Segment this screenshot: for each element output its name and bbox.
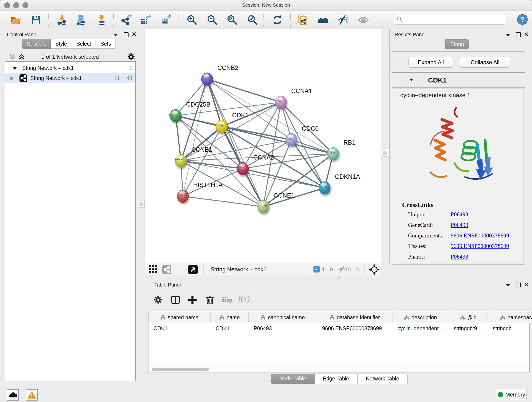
- show-graphics-details-icon[interactable]: [358, 14, 369, 26]
- right-splitter[interactable]: [381, 29, 389, 263]
- export-network-icon[interactable]: [121, 14, 132, 26]
- hidden-elements-eye-icon: [337, 266, 348, 273]
- control-panel-close-icon[interactable]: ✕: [131, 31, 138, 38]
- collapse-all-button[interactable]: Collapse All: [460, 57, 510, 68]
- right-splitter-handle[interactable]: [381, 150, 388, 157]
- import-network-icon[interactable]: [57, 14, 68, 26]
- crosslink-label: Tissues:: [408, 243, 427, 249]
- column-header-name[interactable]: name: [210, 312, 249, 323]
- table-panel-float-icon[interactable]: [515, 281, 522, 288]
- birds-eye-view-icon[interactable]: [188, 264, 198, 274]
- help-icon[interactable]: ?: [517, 14, 528, 25]
- fit-selected-crosshair-icon[interactable]: [369, 264, 380, 275]
- horizontal-splitter-handle[interactable]: [336, 275, 340, 279]
- table-cell[interactable]: P06493: [249, 323, 317, 334]
- memory-status-button[interactable]: Memory: [496, 389, 527, 400]
- refresh-view-icon[interactable]: [272, 14, 283, 26]
- tab-network-table[interactable]: Network Table: [358, 374, 408, 384]
- crosslink-tissues-link[interactable]: 9606.ENSP00000378699: [451, 243, 509, 249]
- table-cell[interactable]: stringdb: [488, 323, 532, 334]
- grid-view-icon[interactable]: [149, 265, 158, 274]
- network-graph[interactable]: CCNB2CCNA1CDC25BCDK1CDC6RB1CCNB1CCNA2CDK…: [145, 29, 381, 263]
- zoom-in-icon[interactable]: [186, 14, 197, 26]
- control-panel-menu-icon[interactable]: [112, 32, 119, 38]
- table-panel-close-icon[interactable]: ✕: [523, 281, 530, 288]
- column-header-shared-name[interactable]: shared name: [148, 312, 210, 323]
- zoom-fit-icon[interactable]: [227, 14, 238, 26]
- network-options-gear-icon[interactable]: [127, 52, 136, 61]
- tab-style[interactable]: Style: [51, 39, 72, 49]
- tab-string[interactable]: String: [445, 39, 469, 49]
- show-columns-icon[interactable]: [171, 295, 181, 305]
- edge-CDC6-RB1[interactable]: [291, 140, 333, 154]
- home-networks-icon[interactable]: [318, 14, 329, 26]
- table-cell[interactable]: 9606.ENSP00000378699: [317, 323, 393, 334]
- import-database-icon[interactable]: [76, 14, 87, 26]
- tab-sets[interactable]: Sets: [96, 39, 116, 49]
- open-session-icon[interactable]: [10, 14, 21, 26]
- edge-CCNA2-CDKN1A[interactable]: [243, 169, 325, 188]
- table-options-gear-icon[interactable]: [153, 295, 163, 305]
- column-header-description[interactable]: description: [393, 312, 449, 323]
- cloud-status-button[interactable]: [7, 389, 19, 401]
- edge-CCNB1-CCNA2[interactable]: [181, 161, 243, 169]
- import-table-icon[interactable]: [96, 14, 107, 26]
- cdk1-section-header[interactable]: CDK1: [392, 73, 525, 88]
- table-cell[interactable]: stringdb:9...: [449, 323, 488, 334]
- results-panel-float-icon[interactable]: [515, 31, 522, 38]
- column-header-database-identifier[interactable]: database identifier: [317, 312, 393, 323]
- selected-checkbox-icon[interactable]: ✓: [313, 266, 320, 273]
- crosslink-uniprot-link[interactable]: P06493: [451, 211, 468, 218]
- save-session-icon[interactable]: [31, 14, 41, 26]
- toolbar-separator: [264, 13, 264, 27]
- zoom-selected-icon[interactable]: [247, 14, 258, 26]
- edge-CDK1-CCNB1[interactable]: [181, 127, 222, 161]
- results-panel-menu-icon[interactable]: [505, 32, 511, 38]
- tab-select[interactable]: Select: [72, 39, 96, 49]
- edge-CDC25B-CCNB1[interactable]: [176, 116, 181, 161]
- section-collapse-icon[interactable]: [409, 79, 413, 81]
- edge-CCNB2-CCNA1[interactable]: [207, 79, 281, 102]
- network-collection-row[interactable]: String Network – cdk1 1: [5, 63, 135, 73]
- results-content-box: CDK1 cyclin–dependent kinase 1: [392, 72, 525, 264]
- crosslink-genecard-link[interactable]: P06493: [451, 222, 468, 228]
- edge-HIST1H1A-CCNE1[interactable]: [183, 196, 263, 207]
- crosslink-compartments-link[interactable]: 9606.ENSP00000378699: [451, 232, 509, 239]
- edge-CCNB2-CDC25B[interactable]: [176, 79, 207, 116]
- export-table-icon[interactable]: [140, 14, 151, 26]
- horizontal-splitter[interactable]: [145, 275, 532, 279]
- create-column-icon[interactable]: [187, 295, 197, 305]
- first-neighbors-icon[interactable]: [298, 14, 308, 26]
- zoom-out-icon[interactable]: [207, 14, 218, 26]
- tree-expander-icon[interactable]: [12, 67, 17, 70]
- column-header-namespace[interactable]: namespace: [488, 312, 532, 323]
- node-gloss: [239, 164, 245, 167]
- network-row[interactable]: String Network – cdk1 11 48: [5, 73, 135, 83]
- expand-all-button[interactable]: Expand All: [409, 57, 453, 68]
- control-panel-float-icon[interactable]: [123, 31, 129, 38]
- crosslink-pharos-link[interactable]: P06493: [451, 254, 468, 260]
- column-header--id[interactable]: @id: [449, 312, 488, 323]
- export-image-icon[interactable]: [160, 14, 171, 26]
- tab-node-table[interactable]: Node Table: [271, 374, 315, 384]
- table-cell[interactable]: CDK1: [210, 323, 249, 334]
- table-cell[interactable]: CDK1: [148, 323, 210, 334]
- tab-network[interactable]: Network: [22, 39, 51, 49]
- network-view-icon[interactable]: [162, 265, 172, 274]
- tab-edge-table[interactable]: Edge Table: [315, 374, 358, 384]
- left-splitter[interactable]: [138, 29, 145, 387]
- results-panel-close-icon[interactable]: ✕: [523, 31, 530, 38]
- column-header-canonical-name[interactable]: canonical name: [249, 312, 317, 323]
- delete-columns-trash-icon[interactable]: [205, 295, 215, 305]
- table-cell[interactable]: cyclin–dependent ...: [393, 323, 449, 334]
- table-row[interactable]: CDK1CDK1P064939606.ENSP00000378699cyclin…: [148, 323, 530, 334]
- hide-unhide-icon[interactable]: [337, 14, 348, 26]
- scrollbar-thumb[interactable]: [152, 368, 209, 371]
- table-panel-menu-icon[interactable]: [505, 282, 511, 289]
- edge-CCNB2-RB1[interactable]: [207, 79, 333, 154]
- table-horizontal-scrollbar[interactable]: [148, 366, 530, 372]
- network-canvas[interactable]: CCNB2CCNA1CDC25BCDK1CDC6RB1CCNB1CCNA2CDK…: [145, 29, 381, 263]
- warning-status-button[interactable]: [26, 389, 38, 401]
- search-input[interactable]: [403, 16, 502, 22]
- left-splitter-handle[interactable]: [138, 201, 145, 208]
